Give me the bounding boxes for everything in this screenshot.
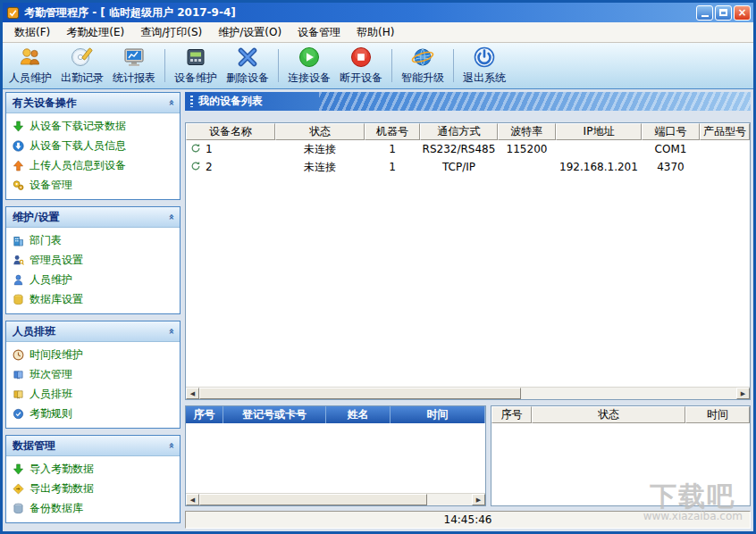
record-table: 序号 登记号或卡号 姓名 时间 ◀ ▶ [185, 405, 486, 506]
sidebar-item-label: 班次管理 [29, 367, 72, 382]
toolbar-exit-button[interactable]: 退出系统 [458, 45, 510, 87]
sidebar-item-download-personnel[interactable]: 从设备下载人员信息 [13, 138, 175, 154]
sidebar-item-export-data[interactable]: 导出考勤数据 [13, 480, 175, 497]
device-table-hscrollbar[interactable]: ◀ ▶ [186, 387, 750, 399]
sidebar-item-label: 从设备下载记录数据 [29, 119, 126, 134]
toolbar-separator [164, 49, 165, 82]
sidebar-item-attendance-rules[interactable]: 考勤规则 [13, 405, 175, 422]
scrollbar-track[interactable] [521, 388, 736, 399]
toolbar-reports-button[interactable]: 统计报表 [108, 45, 160, 87]
sidebar-item-label: 上传人员信息到设备 [29, 158, 126, 173]
sidebar-item-upload-personnel[interactable]: 上传人员信息到设备 [13, 157, 175, 174]
record-table-hscrollbar[interactable]: ◀ ▶ [186, 493, 485, 505]
device-model [700, 158, 750, 176]
column-header-time[interactable]: 时间 [391, 406, 485, 423]
sidebar-item-download-records[interactable]: 从设备下载记录数据 [13, 118, 175, 135]
sidebar-item-label: 部门表 [29, 233, 62, 248]
column-header-baud-rate[interactable]: 波特率 [498, 123, 556, 140]
toolbar-connect-label: 连接设备 [288, 71, 331, 86]
toolbar-upgrade-button[interactable]: 智能升级 [397, 45, 449, 87]
column-header-index[interactable]: 序号 [491, 406, 532, 423]
sidebar-item-import-data[interactable]: 导入考勤数据 [13, 461, 175, 478]
column-header-comm-mode[interactable]: 通信方式 [420, 123, 498, 140]
titlebar: 考勤管理程序 - [ 临时超级用户 2017-9-4] × [3, 3, 753, 22]
menu-maintain-settings[interactable]: 维护/设置(O) [210, 21, 290, 44]
device-list-title: 我的设备列表 [198, 94, 263, 109]
app-window: 考勤管理程序 - [ 临时超级用户 2017-9-4] × 数据(F) 考勤处理… [0, 0, 756, 534]
section-header-data-manage[interactable]: 数据管理 » [6, 436, 180, 456]
scroll-right-icon[interactable]: ▶ [472, 494, 485, 505]
menu-data[interactable]: 数据(F) [6, 21, 58, 44]
toolbar-exit-label: 退出系统 [463, 71, 506, 86]
column-header-time[interactable]: 时间 [685, 406, 750, 423]
section-header-device-ops[interactable]: 有关设备操作 » [6, 93, 180, 113]
sidebar-item-personnel-schedule[interactable]: 人员排班 [13, 386, 175, 403]
sidebar-item-label: 考勤规则 [29, 406, 72, 421]
device-row[interactable]: 2 未连接 1 TCP/IP 192.168.1.201 4370 [186, 158, 750, 176]
toolbar-personnel-button[interactable]: 人员维护 [4, 45, 56, 87]
status-table-header: 序号 状态 时间 [491, 406, 750, 423]
device-row[interactable]: 1 未连接 1 RS232/RS485 115200 COM1 [186, 140, 750, 158]
toolbar-records-button[interactable]: 出勤记录 [56, 45, 108, 87]
schedule-book-icon [13, 388, 24, 400]
column-header-machine-no[interactable]: 机器号 [365, 123, 420, 140]
section-header-scheduling[interactable]: 人员排班 » [6, 321, 180, 342]
device-sync-icon [190, 161, 201, 174]
column-header-status[interactable]: 状态 [275, 123, 365, 140]
export-data-icon [13, 483, 24, 495]
sidebar-section-scheduling: 人员排班 » 时间段维护 班次管理 人员排班 [5, 321, 181, 429]
close-button[interactable]: × [734, 5, 751, 21]
sidebar-item-label: 管理员设置 [29, 253, 83, 268]
menu-query-print[interactable]: 查询/打印(S) [132, 21, 210, 44]
section-header-maintain-settings[interactable]: 维护/设置 » [6, 207, 180, 228]
device-status: 未连接 [275, 158, 365, 176]
maximize-icon [719, 9, 727, 16]
sidebar-item-time-period[interactable]: 时间段维护 [13, 346, 175, 363]
column-header-index[interactable]: 序号 [186, 406, 223, 423]
admin-key-icon [13, 254, 24, 266]
sidebar-item-device-manage[interactable]: 设备管理 [13, 177, 175, 194]
sidebar-section-maintain-settings: 维护/设置 » 部门表 管理员设置 人员维护 [5, 206, 181, 314]
sidebar-item-personnel-maintain[interactable]: 人员维护 [13, 271, 175, 288]
minimize-button[interactable] [696, 5, 713, 21]
menu-device-manage[interactable]: 设备管理 [290, 21, 349, 44]
sidebar-item-department-table[interactable]: 部门表 [13, 232, 175, 249]
statusbar: 14:45:46 [185, 511, 751, 529]
sidebar-item-shift-manage[interactable]: 班次管理 [13, 366, 175, 383]
toolbar-connect-button[interactable]: 连接设备 [283, 45, 335, 87]
menu-help[interactable]: 帮助(H) [349, 21, 402, 44]
sidebar-item-admin-settings[interactable]: 管理员设置 [13, 252, 175, 269]
scroll-left-icon[interactable]: ◀ [186, 494, 199, 505]
sidebar-item-backup-database[interactable]: 备份数据库 [13, 500, 175, 517]
column-header-reg-or-card-no[interactable]: 登记号或卡号 [223, 406, 326, 423]
sidebar-item-label: 数据库设置 [29, 292, 83, 307]
record-table-header: 序号 登记号或卡号 姓名 时间 [186, 406, 485, 423]
report-monitor-icon [122, 46, 146, 69]
column-header-port[interactable]: 端口号 [642, 123, 700, 140]
column-header-status[interactable]: 状态 [532, 406, 685, 423]
device-table: 设备名称 状态 机器号 通信方式 波特率 IP地址 端口号 产品型号 1 [185, 122, 751, 400]
toolbar-disconnect-button[interactable]: 断开设备 [335, 45, 387, 87]
maximize-button[interactable] [715, 5, 732, 21]
toolbar-device-maintain-button[interactable]: 设备维护 [170, 45, 222, 87]
column-header-ip-address[interactable]: IP地址 [556, 123, 642, 140]
database-icon [13, 294, 24, 305]
scrollbar-track[interactable] [427, 494, 472, 505]
download-records-icon [13, 121, 24, 132]
sidebar-item-database-settings[interactable]: 数据库设置 [13, 291, 175, 308]
toolbar: 人员维护 出勤记录 统计报表 设备维护 删除设备 [3, 43, 753, 89]
column-header-name[interactable]: 姓名 [326, 406, 391, 423]
scrollbar-thumb[interactable] [199, 494, 427, 505]
device-name: 2 [206, 161, 213, 173]
toolbar-upgrade-label: 智能升级 [401, 71, 444, 86]
scrollbar-thumb[interactable] [199, 388, 521, 399]
toolbar-disconnect-label: 断开设备 [340, 71, 382, 86]
toolbar-delete-device-button[interactable]: 删除设备 [222, 45, 273, 87]
device-baud-rate: 115200 [498, 140, 556, 158]
scroll-left-icon[interactable]: ◀ [186, 388, 199, 399]
scroll-right-icon[interactable]: ▶ [736, 388, 750, 399]
menu-attendance[interactable]: 考勤处理(E) [58, 21, 132, 44]
column-header-product-model[interactable]: 产品型号 [700, 123, 750, 140]
column-header-device-name[interactable]: 设备名称 [186, 123, 275, 140]
power-exit-icon [473, 46, 496, 69]
